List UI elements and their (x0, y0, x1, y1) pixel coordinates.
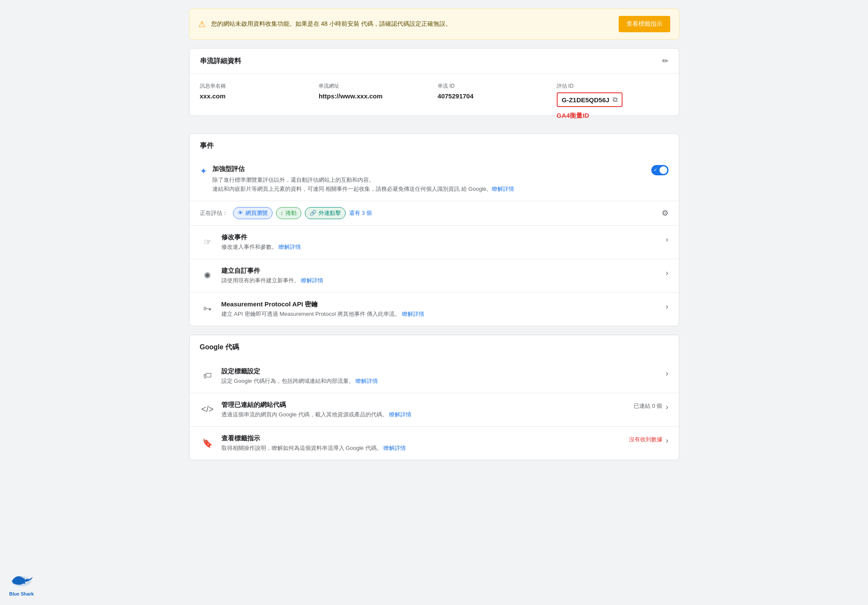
custom-events-content: 建立自訂事件 請使用現有的事件建立新事件。 瞭解詳情 (221, 267, 324, 284)
view-tag-content: 查看標籤指示 取得相關操作說明，瞭解如何為這個資料串流導入 Google 代碼。… (221, 434, 406, 452)
badge-scroll-label: 捲動 (285, 209, 297, 217)
hand-icon: ☞ (200, 234, 215, 250)
evaluation-row: 正在評估： 👁 網頁瀏覽 ↕ 捲動 🔗 外連點擊 還有 3 個 ⚙ (190, 201, 679, 226)
modify-events-left: ☞ 修改事件 修改連入事件和參數。 瞭解詳情 (200, 233, 301, 251)
custom-events-left: ✺ 建立自訂事件 請使用現有的事件建立新事件。 瞭解詳情 (200, 267, 324, 284)
edit-icon[interactable]: ✏ (662, 56, 669, 66)
tag-settings-desc: 設定 Google 代碼行為，包括跨網域連結和內部流量。 瞭解詳情 (221, 377, 378, 385)
enhanced-left: ✦ 加強型評估 除了進行標準瀏覽量評估以外，還自動評估網站上的互動和內容。 連結… (200, 165, 515, 194)
stream-details-table: 訊息串名稱 xxx.com 串流網址 https://www.xxx.com 串… (190, 74, 679, 116)
tag-settings-left: 🏷 設定標籤設定 設定 Google 代碼行為，包括跨網域連結和內部流量。 瞭解… (200, 367, 378, 385)
measurement-protocol-desc: 建立 API 密鑰即可透過 Measurement Protocol 將其他事件… (221, 310, 424, 318)
chevron-right-icon-3: › (666, 302, 669, 311)
tag-settings-content: 設定標籤設定 設定 Google 代碼行為，包括跨網域連結和內部流量。 瞭解詳情 (221, 367, 378, 385)
google-tag-title: Google 代碼 (200, 343, 239, 352)
link-icon: 🔗 (310, 210, 316, 216)
modify-events-row[interactable]: ☞ 修改事件 修改連入事件和參數。 瞭解詳情 › (190, 226, 679, 259)
warning-left: ⚠ 您的網站未啟用資料收集功能。如果是在 48 小時前安裝 代碼，請確認代碼設定… (198, 19, 451, 29)
svg-point-1 (25, 578, 26, 580)
view-tag-title: 查看標籤指示 (221, 434, 406, 443)
view-tag-desc: 取得相關操作說明，瞭解如何為這個資料串流導入 Google 代碼。 瞭解詳情 (221, 444, 406, 452)
shark-logo-svg (9, 569, 34, 590)
stream-id-label: 串流 ID (438, 82, 557, 90)
view-tag-instructions-button[interactable]: 查看標籤指示 (619, 16, 670, 32)
modify-events-learn-link[interactable]: 瞭解詳情 (279, 244, 301, 250)
badge-outbound[interactable]: 🔗 外連點擊 (305, 207, 346, 219)
stream-col-id: 串流 ID 4075291704 (438, 82, 557, 107)
chevron-right-icon: › (666, 235, 669, 244)
eval-label: 正在評估： (200, 209, 228, 217)
badge-page-view[interactable]: 👁 網頁瀏覽 (233, 207, 273, 219)
enhanced-title: 加強型評估 (212, 165, 515, 173)
connected-count: 已連結 0 個 (634, 402, 662, 410)
manage-tags-title: 管理已連結的網站代碼 (221, 401, 412, 409)
eye-icon: 👁 (238, 210, 243, 216)
key-icon: 🗝 (200, 301, 215, 317)
stream-details-title: 串流詳細資料 (200, 57, 241, 66)
modify-events-title: 修改事件 (221, 233, 301, 241)
stream-id-value: 4075291704 (438, 92, 557, 100)
custom-events-learn-link[interactable]: 瞭解詳情 (301, 277, 323, 284)
copy-icon[interactable]: ⧉ (613, 96, 617, 104)
warning-text: 您的網站未啟用資料收集功能。如果是在 48 小時前安裝 代碼，請確認代碼設定正確… (211, 20, 451, 28)
logo-text: Blue Shark (9, 591, 34, 596)
stream-details-card: 串流詳細資料 ✏ 訊息串名稱 xxx.com 串流網址 https://www.… (189, 48, 679, 116)
scroll-icon: ↕ (281, 210, 284, 216)
modify-events-content: 修改事件 修改連入事件和參數。 瞭解詳情 (221, 233, 301, 251)
custom-events-row[interactable]: ✺ 建立自訂事件 請使用現有的事件建立新事件。 瞭解詳情 › (190, 259, 679, 293)
measurement-protocol-left: 🗝 Measurement Protocol API 密鑰 建立 API 密鑰即… (200, 300, 424, 318)
ga4-label: GA4衡量ID (557, 112, 589, 120)
manage-tags-learn-link[interactable]: 瞭解詳情 (389, 411, 411, 418)
measurement-protocol-title: Measurement Protocol API 密鑰 (221, 300, 424, 309)
stream-col-measurement-id: 評估 ID G-Z1DE5QD56J ⧉ GA4衡量ID (557, 82, 669, 107)
manage-tags-content: 管理已連結的網站代碼 透過這個串流的網頁內 Google 代碼，載入其他資源或產… (221, 401, 412, 419)
sparkle-icon: ✺ (200, 268, 215, 283)
code-icon: </> (200, 402, 215, 417)
measurement-protocol-row[interactable]: 🗝 Measurement Protocol API 密鑰 建立 API 密鑰即… (190, 293, 679, 326)
stream-col-url: 串流網址 https://www.xxx.com (319, 82, 438, 107)
gear-icon[interactable]: ⚙ (662, 208, 669, 218)
enhanced-content: 加強型評估 除了進行標準瀏覽量評估以外，還自動評估網站上的互動和內容。 連結和內… (212, 165, 515, 194)
stream-name-value: xxx.com (200, 92, 319, 100)
google-tag-card: Google 代碼 🏷 設定標籤設定 設定 Google 代碼行為，包括跨網域連… (189, 335, 679, 460)
events-header: 事件 (190, 134, 679, 158)
manage-tags-row[interactable]: </> 管理已連結的網站代碼 透過這個串流的網頁內 Google 代碼，載入其他… (190, 393, 679, 427)
google-tag-header: Google 代碼 (190, 335, 679, 360)
manage-tags-desc: 透過這個串流的網頁內 Google 代碼，載入其他資源或產品的代碼。 瞭解詳情 (221, 411, 412, 419)
modify-events-desc: 修改連入事件和參數。 瞭解詳情 (221, 243, 301, 251)
chevron-right-icon-6: › (666, 436, 669, 445)
no-data-status: 沒有收到數據 (629, 436, 663, 443)
stream-url-value: https://www.xxx.com (319, 92, 438, 100)
tag-settings-learn-link[interactable]: 瞭解詳情 (356, 378, 378, 384)
badge-scroll[interactable]: ↕ 捲動 (276, 207, 302, 219)
enhanced-learn-link[interactable]: 瞭解詳情 (492, 186, 514, 192)
manage-tags-left: </> 管理已連結的網站代碼 透過這個串流的網頁內 Google 代碼，載入其他… (200, 401, 412, 419)
view-tag-row[interactable]: 🔖 查看標籤指示 取得相關操作說明，瞭解如何為這個資料串流導入 Google 代… (190, 427, 679, 460)
enhanced-top: ✦ 加強型評估 除了進行標準瀏覽量評估以外，還自動評估網站上的互動和內容。 連結… (200, 165, 669, 194)
blue-shark-logo: Blue Shark (9, 569, 34, 596)
view-tag-left: 🔖 查看標籤指示 取得相關操作說明，瞭解如何為這個資料串流導入 Google 代… (200, 434, 406, 452)
stream-name-label: 訊息串名稱 (200, 82, 319, 90)
events-title: 事件 (200, 141, 214, 150)
more-badges-link[interactable]: 還有 3 個 (349, 209, 372, 217)
measurement-id-label: 評估 ID (557, 82, 669, 90)
chevron-right-icon-5: › (666, 403, 669, 412)
enhanced-desc: 除了進行標準瀏覽量評估以外，還自動評估網站上的互動和內容。 連結和內嵌影片等網頁… (212, 176, 515, 194)
chevron-right-icon-2: › (666, 269, 669, 278)
view-tag-right: 沒有收到數據 › (629, 434, 669, 445)
tag-settings-title: 設定標籤設定 (221, 367, 378, 376)
enhanced-measurement-row: ✦ 加強型評估 除了進行標準瀏覽量評估以外，還自動評估網站上的互動和內容。 連結… (190, 158, 679, 201)
custom-events-title: 建立自訂事件 (221, 267, 324, 275)
custom-events-desc: 請使用現有的事件建立新事件。 瞭解詳情 (221, 277, 324, 284)
warning-banner: ⚠ 您的網站未啟用資料收集功能。如果是在 48 小時前安裝 代碼，請確認代碼設定… (189, 9, 679, 40)
measurement-protocol-content: Measurement Protocol API 密鑰 建立 API 密鑰即可透… (221, 300, 424, 318)
view-tag-learn-link[interactable]: 瞭解詳情 (383, 445, 406, 451)
warning-icon: ⚠ (198, 19, 206, 29)
events-card: 事件 ✦ 加強型評估 除了進行標準瀏覽量評估以外，還自動評估網站上的互動和內容。… (189, 133, 679, 326)
enhanced-toggle[interactable]: ✓ (651, 165, 669, 175)
enhanced-spark-icon: ✦ (200, 166, 207, 176)
tag-settings-row[interactable]: 🏷 設定標籤設定 設定 Google 代碼行為，包括跨網域連結和內部流量。 瞭解… (190, 360, 679, 393)
measurement-protocol-learn-link[interactable]: 瞭解詳情 (402, 311, 424, 317)
stream-url-label: 串流網址 (319, 82, 438, 90)
badge-page-view-label: 網頁瀏覽 (245, 209, 268, 217)
